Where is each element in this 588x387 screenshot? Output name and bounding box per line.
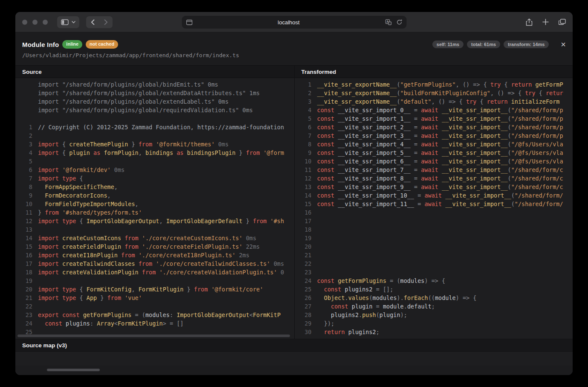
- code-line: import "/shared/form/plugins/global/requ…: [22, 106, 294, 114]
- translate-icon[interactable]: A: [385, 19, 391, 25]
- sourcemap-section: Source map (v3) 1;;;AAEA;AAAkC;AAAA;AAAA…: [15, 339, 573, 375]
- code-line: 20import type { FormKitConfig, FormKitPl…: [22, 285, 294, 294]
- code-line: 12import type { ImportGlobEagerOutput, I…: [22, 217, 294, 225]
- code-line: 15import createFieldPlugin from './core/…: [22, 242, 294, 251]
- source-horizontal-scrollbar[interactable]: [17, 335, 290, 337]
- header-timings: self: 11mstotal: 61mstransform: 14ms: [432, 41, 549, 48]
- titlebar-right-actions: [526, 18, 566, 26]
- close-icon[interactable]: ×: [561, 40, 566, 49]
- address-bar-actions: A: [385, 19, 402, 25]
- code-line: 13: [22, 225, 294, 234]
- code-line: 8const __vite_ssr_import_4__ = await __v…: [301, 140, 573, 148]
- close-window-button[interactable]: [22, 20, 27, 25]
- code-line: 9const __vite_ssr_import_5__ = await __v…: [301, 148, 573, 157]
- code-line: 6import '@formkit/dev' 0ms: [22, 166, 294, 174]
- code-line: 26 Object.values(modules).forEach((modul…: [301, 294, 573, 302]
- code-line: 24 const plugins: Array<FormKitPlugin> =…: [22, 319, 294, 328]
- window-controls: [22, 20, 48, 25]
- page-header: Module Info inlinenot cached self: 11mst…: [15, 32, 573, 49]
- code-line: 16: [301, 208, 573, 217]
- address-bar[interactable]: localhost A: [182, 16, 406, 29]
- source-pane: Source import "/shared/form/plugins/glob…: [15, 66, 294, 339]
- minimize-window-button[interactable]: [32, 20, 38, 25]
- code-line: 1__vite_ssr_exportName__("getFormPlugins…: [301, 80, 573, 89]
- sourcemap-body: 1;;;AAEA;AAAkC;AAAA;AAAA;AAAA;AAClC;AAEA…: [15, 352, 573, 365]
- code-line: 21: [301, 251, 573, 259]
- navigation-buttons: [86, 16, 113, 28]
- chevron-down-icon: [72, 21, 75, 23]
- badge-inline: inline: [62, 40, 82, 48]
- code-line: 12const __vite_ssr_import_8__ = await __…: [301, 174, 573, 183]
- code-line: 10const __vite_ssr_import_6__ = await __…: [301, 157, 573, 166]
- code-line: 9 FormDecoratorIcons,: [22, 191, 294, 200]
- code-line: 3import { createThemePlugin } from '@for…: [22, 140, 294, 148]
- browser-titlebar: localhost A: [15, 12, 573, 32]
- sidebar-toggle-button[interactable]: [57, 16, 79, 28]
- sourcemap-title: Source map (v3): [15, 339, 573, 352]
- code-line: 11} from '#shared/types/form.ts': [22, 208, 294, 217]
- code-line: 27 const plugin = module.default;: [301, 302, 573, 311]
- module-info-page: Module Info inlinenot cached self: 11mst…: [15, 32, 573, 375]
- code-line: 5: [22, 157, 294, 166]
- code-line: 8 FormAppSpecificTheme,: [22, 183, 294, 191]
- code-line: 20: [301, 242, 573, 251]
- code-line: 11const __vite_ssr_import_7__ = await __…: [301, 166, 573, 174]
- page-title: Module Info: [22, 41, 59, 48]
- code-line: 23export const getFormPlugins = (modules…: [22, 311, 294, 319]
- code-line: import "/shared/form/plugins/global/bind…: [22, 80, 294, 89]
- code-line: 2: [22, 131, 294, 140]
- reload-icon[interactable]: [396, 19, 402, 25]
- sourcemap-footer: [15, 365, 573, 375]
- code-line: 23: [301, 268, 573, 276]
- forward-button[interactable]: [99, 16, 113, 28]
- code-line: 18: [301, 225, 573, 234]
- reader-icon[interactable]: [186, 20, 192, 25]
- share-icon[interactable]: [526, 18, 533, 26]
- badge-not-cached: not cached: [86, 40, 118, 48]
- browser-window: localhost A: [15, 12, 573, 375]
- timing-badge: total: 61ms: [467, 41, 500, 48]
- zoom-window-button[interactable]: [43, 20, 48, 25]
- transformed-pane-title: Transformed: [295, 66, 573, 78]
- code-line: [22, 114, 294, 123]
- sourcemap-horizontal-scrollbar[interactable]: [47, 369, 100, 371]
- tab-overview-icon[interactable]: [559, 19, 566, 25]
- code-line: import "/shared/form/plugins/global/exte…: [22, 89, 294, 97]
- code-line: 17: [301, 217, 573, 225]
- header-badges: inlinenot cached: [62, 40, 118, 48]
- code-line: 14import createCustomIcons from './core/…: [22, 234, 294, 242]
- transformed-pane: Transformed 1__vite_ssr_exportName__("ge…: [294, 66, 573, 339]
- code-line: 1// Copyright (C) 2012-2025 Zammad Found…: [22, 123, 294, 131]
- module-path: /Users/vladimir/Projects/zammad/app/fron…: [15, 49, 573, 65]
- back-button[interactable]: [86, 16, 99, 28]
- code-line: 13const __vite_ssr_import_9__ = await __…: [301, 183, 573, 191]
- code-line: 15const __vite_ssr_import_11__ = await _…: [301, 200, 573, 208]
- sidebar-icon: [61, 19, 69, 25]
- code-line: 22: [22, 302, 294, 311]
- source-pane-title: Source: [15, 66, 294, 78]
- code-line: import "/shared/form/plugins/global/exte…: [22, 97, 294, 106]
- code-line: 18import createValidationPlugin from './…: [22, 268, 294, 276]
- code-line: 14const __vite_ssr_import_10__ = await _…: [301, 191, 573, 200]
- code-line: 22: [301, 259, 573, 268]
- code-line: 3__vite_ssr_exportName__("default", () =…: [301, 97, 573, 106]
- code-line: 19: [301, 234, 573, 242]
- code-line: 17import createTailwindClasses from './c…: [22, 259, 294, 268]
- timing-badge: transform: 14ms: [504, 41, 549, 48]
- code-panes: Source import "/shared/form/plugins/glob…: [15, 65, 573, 339]
- code-line: 2__vite_ssr_exportName__("buildFormKitPl…: [301, 89, 573, 97]
- source-code: import "/shared/form/plugins/global/bind…: [15, 78, 294, 339]
- timing-badge: self: 11ms: [432, 41, 463, 48]
- code-line: 7import type {: [22, 174, 294, 183]
- code-line: 4const __vite_ssr_import_0__ = await __v…: [301, 106, 573, 114]
- code-line: 4import { plugin as formPlugin, bindings…: [22, 148, 294, 157]
- transformed-code: 1__vite_ssr_exportName__("getFormPlugins…: [295, 78, 573, 339]
- code-line: 30 return plugins2;: [301, 328, 573, 336]
- code-line: 29 });: [301, 319, 573, 328]
- code-line: 28 plugins2.push(plugin);: [301, 311, 573, 319]
- code-line: 25 const plugins2 = [];: [301, 285, 573, 294]
- code-line: 19: [22, 276, 294, 285]
- new-tab-icon[interactable]: [542, 19, 549, 25]
- sourcemap-line: 1;;;AAEA;AAAkC;AAAA;AAAA;AAAA;AAClC;AAEA…: [22, 354, 573, 363]
- code-line: 21import type { App } from 'vue': [22, 294, 294, 302]
